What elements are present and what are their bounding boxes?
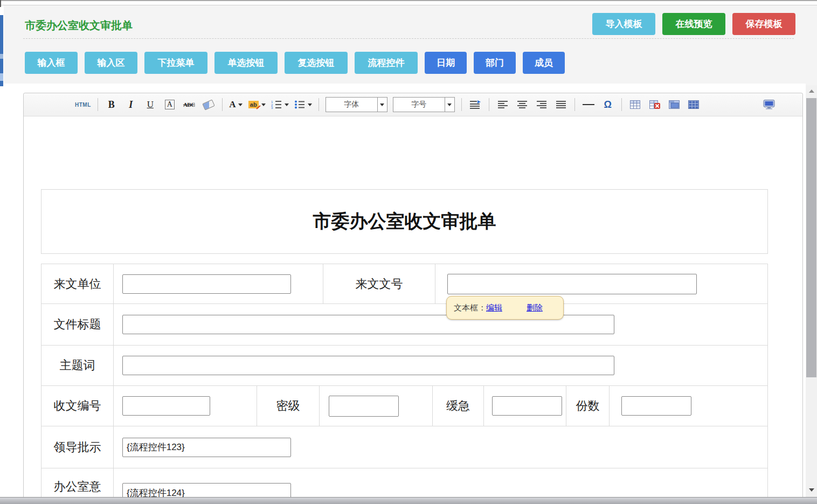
align-right-icon	[537, 101, 546, 108]
import-template-button[interactable]: 导入模板	[592, 13, 655, 35]
source-code-button[interactable]: HTML	[73, 97, 93, 112]
leader-instructions-input[interactable]	[122, 438, 291, 457]
select-arrow[interactable]	[445, 98, 454, 112]
urgency-input[interactable]	[492, 396, 562, 416]
special-char-button[interactable]: Ω	[599, 97, 617, 112]
scrollbar-thumb[interactable]	[806, 98, 816, 377]
toolbar-separator	[574, 98, 575, 111]
horizontal-rule-button[interactable]	[580, 97, 597, 112]
scroll-up-button[interactable]	[806, 85, 817, 97]
table-cell-props-button[interactable]	[666, 97, 683, 112]
insert-table-button[interactable]	[627, 97, 644, 112]
align-right-button[interactable]	[533, 97, 550, 112]
receipt-number-input[interactable]	[122, 396, 210, 416]
incoming-doc-number-input[interactable]	[447, 274, 697, 294]
unordered-list-icon	[294, 100, 305, 109]
fullscreen-monitor-icon	[763, 100, 775, 109]
control-tooltip: 文本框： 编辑 删除	[446, 296, 564, 320]
palette-textarea-button[interactable]: 输入区	[85, 52, 137, 74]
field-label: 文件标题	[54, 316, 101, 333]
page-title: 市委办公室收文审批单	[25, 18, 133, 33]
component-palette: 输入框 输入区 下拉菜单 单选按钮 复选按钮 流程控件 日期 部门 成员	[25, 52, 565, 74]
table-delete-icon	[649, 100, 660, 109]
header-actions: 导入模板 在线预览 保存模板	[592, 13, 795, 35]
toolbar-separator	[621, 98, 622, 111]
chevron-down-icon	[308, 103, 312, 106]
font-size-select[interactable]: 字号	[393, 97, 455, 112]
window-corner-mark	[0, 0, 1, 7]
table-row: 收文编号 密级 缓急 份数	[41, 386, 768, 426]
palette-dropdown-button[interactable]: 下拉菜单	[144, 52, 207, 74]
secrecy-level-input[interactable]	[329, 396, 399, 417]
eraser-icon	[202, 99, 215, 110]
svg-text:3: 3	[271, 106, 273, 109]
arrow-down-icon	[809, 488, 814, 492]
palette-flow-control-button[interactable]: 流程控件	[355, 52, 418, 74]
palette-date-button[interactable]: 日期	[425, 52, 467, 74]
edit-control-link[interactable]: 编辑	[486, 303, 502, 313]
chevron-down-icon	[447, 103, 452, 106]
font-family-select[interactable]: 字体	[326, 97, 387, 112]
document-title-cell: 市委办公室收文审批单	[41, 189, 768, 254]
table-row: 文件标题	[41, 304, 768, 346]
office-opinion-input[interactable]	[122, 483, 291, 497]
fullscreen-button[interactable]	[760, 97, 778, 112]
remove-format-button[interactable]	[200, 97, 217, 112]
copies-count-input[interactable]	[621, 396, 691, 416]
arrow-up-icon	[809, 89, 814, 93]
table-row: 领导批示	[41, 426, 768, 468]
format-block-button[interactable]: A	[161, 97, 178, 112]
document-title: 市委办公室收文审批单	[313, 209, 496, 234]
vertical-scrollbar[interactable]	[806, 85, 817, 497]
toolbar-separator	[222, 98, 223, 111]
subject-words-input[interactable]	[122, 356, 614, 375]
field-label: 密级	[276, 397, 300, 415]
table-icon	[630, 100, 640, 109]
italic-button[interactable]: I	[122, 97, 140, 112]
editor-canvas[interactable]: 市委办公室收文审批单 来文单位 来文文号	[24, 116, 802, 497]
scroll-down-button[interactable]	[806, 484, 817, 496]
strikethrough-button[interactable]: ABC	[181, 97, 198, 112]
palette-radio-button[interactable]: 单选按钮	[214, 52, 278, 74]
palette-input-box-button[interactable]: 输入框	[25, 52, 78, 74]
align-left-button[interactable]	[494, 97, 511, 112]
unordered-list-button[interactable]	[293, 97, 314, 112]
chevron-down-icon	[261, 103, 266, 106]
chevron-down-icon	[380, 103, 384, 106]
underline-button[interactable]: U	[142, 97, 159, 112]
font-color-button[interactable]: A	[227, 97, 245, 112]
table-row: 主题词	[41, 346, 768, 386]
bold-button[interactable]: B	[103, 97, 120, 112]
palette-checkbox-button[interactable]: 复选按钮	[285, 52, 348, 74]
toolbar-separator	[98, 98, 98, 111]
save-template-button[interactable]: 保存模板	[732, 13, 795, 35]
align-center-icon	[517, 101, 527, 108]
align-center-button[interactable]	[514, 97, 531, 112]
form-designer-app: 市委办公室收文审批单 导入模板 在线预览 保存模板 输入框 输入区 下拉菜单 单…	[4, 5, 806, 497]
field-label: 领导批示	[54, 439, 101, 456]
ordered-list-button[interactable]: 1 2 3	[269, 97, 290, 112]
palette-member-button[interactable]: 成员	[523, 52, 565, 74]
palette-department-button[interactable]: 部门	[474, 52, 516, 74]
table-row: 来文单位 来文文号	[41, 264, 768, 304]
indent-icon	[470, 100, 481, 109]
document-form-table: 来文单位 来文文号 文件标题	[41, 264, 768, 497]
delete-table-button[interactable]	[646, 97, 663, 112]
font-color-icon: A	[229, 99, 236, 110]
toolbar-separator	[319, 98, 319, 111]
online-preview-button[interactable]: 在线预览	[662, 13, 725, 35]
select-arrow[interactable]	[377, 98, 387, 112]
table-cell-icon	[669, 100, 680, 109]
table-props-button[interactable]	[685, 97, 702, 112]
table-row: 办公室意见	[41, 468, 768, 497]
highlight-color-button[interactable]: ab	[247, 97, 267, 112]
tooltip-label: 文本框：	[454, 303, 486, 313]
app-header: 市委办公室收文审批单 导入模板 在线预览 保存模板 输入框 输入区 下拉菜单 单…	[4, 5, 806, 84]
incoming-unit-input[interactable]	[122, 274, 291, 294]
background-window-strip	[0, 15, 3, 86]
indent-button[interactable]	[467, 97, 484, 112]
align-justify-icon	[556, 101, 566, 108]
align-justify-button[interactable]	[552, 97, 570, 112]
delete-control-link[interactable]: 删除	[527, 303, 543, 313]
window-bottom-edge	[0, 497, 817, 504]
